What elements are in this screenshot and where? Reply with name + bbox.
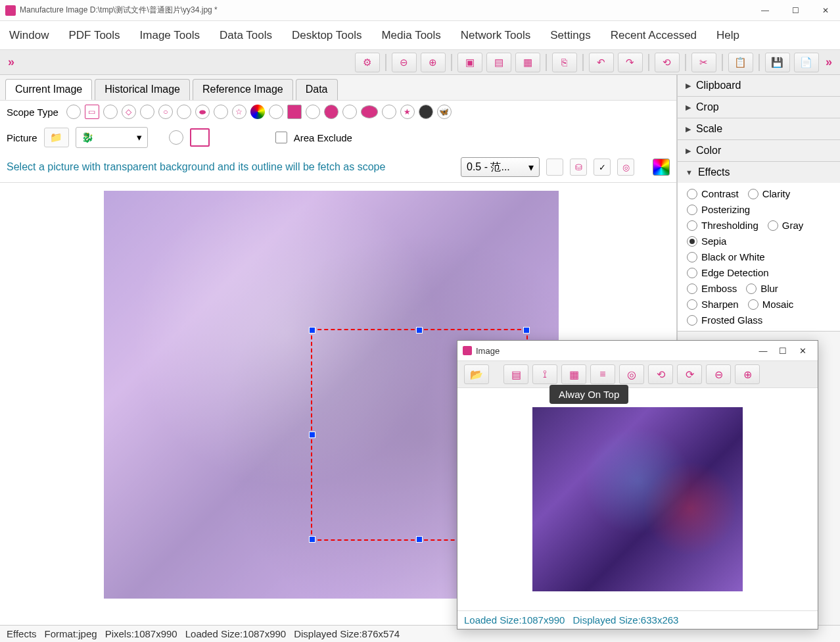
acc-header-clipboard[interactable]: ▶Clipboard (678, 75, 840, 96)
menu-window[interactable]: Window (9, 29, 49, 42)
scope-shape-ellipse-1[interactable] (177, 105, 191, 119)
menu-settings[interactable]: Settings (550, 29, 590, 42)
float-tool-open[interactable]: 📂 (464, 364, 489, 384)
range-dropdown[interactable]: 0.5 - 范...▾ (461, 157, 540, 177)
handle-ne[interactable] (523, 327, 530, 333)
float-close[interactable]: ✕ (793, 346, 812, 356)
tab-historical-image[interactable]: Historical Image (95, 79, 190, 100)
menu-media-tools[interactable]: Media Tools (381, 29, 440, 42)
picture-option-rect[interactable] (190, 128, 210, 147)
scope-shape-dot[interactable] (419, 105, 433, 119)
float-tool-zoom-in[interactable]: ⊕ (735, 364, 760, 384)
float-tool-3[interactable]: ▦ (561, 364, 586, 384)
menu-help[interactable]: Help (716, 29, 739, 42)
scope-shape-filled-rect[interactable] (287, 105, 302, 119)
scope-shape-star-1[interactable] (214, 105, 228, 119)
menu-desktop-tools[interactable]: Desktop Tools (292, 29, 362, 42)
handle-w[interactable] (309, 432, 315, 438)
scope-shape-filled-star[interactable]: ★ (400, 105, 415, 119)
scope-shape-star-2[interactable]: ☆ (232, 105, 246, 119)
radio-frosted[interactable] (687, 315, 697, 326)
tool-rotate[interactable]: ⟲ (655, 53, 680, 72)
tool-settings[interactable]: ⚙ (355, 53, 380, 72)
tab-current-image[interactable]: Current Image (5, 79, 92, 100)
acc-header-scale[interactable]: ▶Scale (678, 118, 840, 139)
scope-shape-color[interactable] (250, 105, 265, 119)
radio-clarity[interactable] (748, 189, 758, 199)
scope-shape-none[interactable] (66, 105, 81, 119)
menu-recent-accessed[interactable]: Recent Accessed (611, 29, 697, 42)
tool-save-as[interactable]: 📄 (794, 53, 819, 72)
radio-posterizing[interactable] (687, 205, 697, 215)
scope-shape-ellipse-2[interactable]: ⬬ (195, 105, 210, 119)
handle-n[interactable] (416, 327, 423, 333)
handle-s[interactable] (416, 536, 423, 543)
toolbar-expand-right[interactable]: » (823, 55, 835, 69)
float-minimize[interactable]: — (753, 346, 773, 356)
close-button[interactable]: ✕ (816, 6, 835, 15)
info-btn-palette[interactable] (653, 159, 670, 176)
float-canvas[interactable] (457, 388, 818, 610)
scope-shape-filled-3[interactable] (342, 105, 357, 119)
tool-layout-3[interactable]: ▦ (515, 53, 540, 72)
picture-dropdown[interactable]: 🐉▾ (76, 127, 148, 148)
scope-shape-filled-circle[interactable] (324, 105, 338, 119)
float-tool-5[interactable]: ◎ (619, 364, 644, 384)
radio-thresholding[interactable] (687, 220, 697, 231)
scope-shape-filled-2[interactable] (306, 105, 320, 119)
tool-undo[interactable]: ↶ (589, 53, 614, 72)
float-tool-zoom-out[interactable]: ⊖ (706, 364, 731, 384)
acc-header-effects[interactable]: ▼Effects (678, 162, 840, 183)
menu-pdf-tools[interactable]: PDF Tools (68, 29, 120, 42)
radio-sepia[interactable] (687, 236, 697, 247)
menu-network-tools[interactable]: Network Tools (461, 29, 530, 42)
float-titlebar[interactable]: Image — ☐ ✕ (457, 341, 818, 360)
radio-black-white[interactable] (687, 252, 697, 262)
radio-emboss[interactable] (687, 284, 697, 294)
handle-sw[interactable] (309, 536, 315, 543)
tab-data[interactable]: Data (296, 79, 338, 100)
menu-data-tools[interactable]: Data Tools (220, 29, 272, 42)
tool-layout-1[interactable]: ▣ (457, 53, 482, 72)
tool-redo[interactable]: ↷ (618, 53, 643, 72)
info-btn-db[interactable]: ⛁ (570, 159, 587, 176)
handle-nw[interactable] (309, 327, 315, 333)
scope-shape-circle-2[interactable]: ○ (158, 105, 173, 119)
float-maximize[interactable]: ☐ (773, 346, 793, 356)
open-folder-button[interactable]: 📁 (44, 128, 69, 147)
picture-option-empty[interactable] (169, 130, 183, 145)
acc-header-color[interactable]: ▶Color (678, 140, 840, 161)
scope-shape-filled-ellipse[interactable] (361, 105, 378, 118)
tool-save[interactable]: 💾 (765, 53, 790, 72)
radio-blur[interactable] (746, 284, 757, 294)
tool-zoom-out[interactable]: ⊖ (392, 53, 417, 72)
float-tool-pin[interactable]: ⟟ (532, 364, 557, 384)
float-image-window[interactable]: Image — ☐ ✕ 📂 ▤ ⟟ ▦ ≡ ◎ ⟲ ⟳ ⊖ ⊕ Alway On… (457, 340, 818, 630)
info-btn-check[interactable]: ✓ (594, 159, 611, 176)
float-tool-rotate-cw[interactable]: ⟲ (648, 364, 673, 384)
tool-copy[interactable]: ⎘ (552, 53, 577, 72)
tool-zoom-in[interactable]: ⊕ (421, 53, 446, 72)
menu-image-tools[interactable]: Image Tools (140, 29, 200, 42)
maximize-button[interactable]: ☐ (786, 6, 805, 15)
minimize-button[interactable]: — (756, 6, 774, 15)
tab-reference-image[interactable]: Reference Image (193, 79, 293, 100)
area-exclude-checkbox[interactable] (275, 132, 287, 143)
radio-sharpen[interactable] (687, 299, 697, 310)
scope-shape-poly[interactable] (103, 105, 118, 119)
radio-edge[interactable] (687, 268, 697, 278)
tool-cut[interactable]: ✂ (691, 53, 716, 72)
toolbar-expand-left[interactable]: » (5, 55, 17, 69)
radio-contrast[interactable] (687, 189, 697, 199)
scope-shape-rect[interactable]: ▭ (85, 105, 99, 119)
scope-shape-filled-4[interactable] (382, 105, 396, 119)
radio-mosaic[interactable] (748, 299, 758, 310)
float-tool-1[interactable]: ▤ (503, 364, 528, 384)
scope-shape-butterfly[interactable]: 🦋 (437, 105, 452, 119)
scope-shape-diamond[interactable]: ◇ (122, 105, 136, 119)
tool-clipboard[interactable]: 📋 (728, 53, 753, 72)
tool-layout-2[interactable]: ▤ (486, 53, 511, 72)
float-tool-rotate-ccw[interactable]: ⟳ (677, 364, 702, 384)
acc-header-crop[interactable]: ▶Crop (678, 97, 840, 118)
info-btn-1[interactable] (546, 159, 563, 176)
